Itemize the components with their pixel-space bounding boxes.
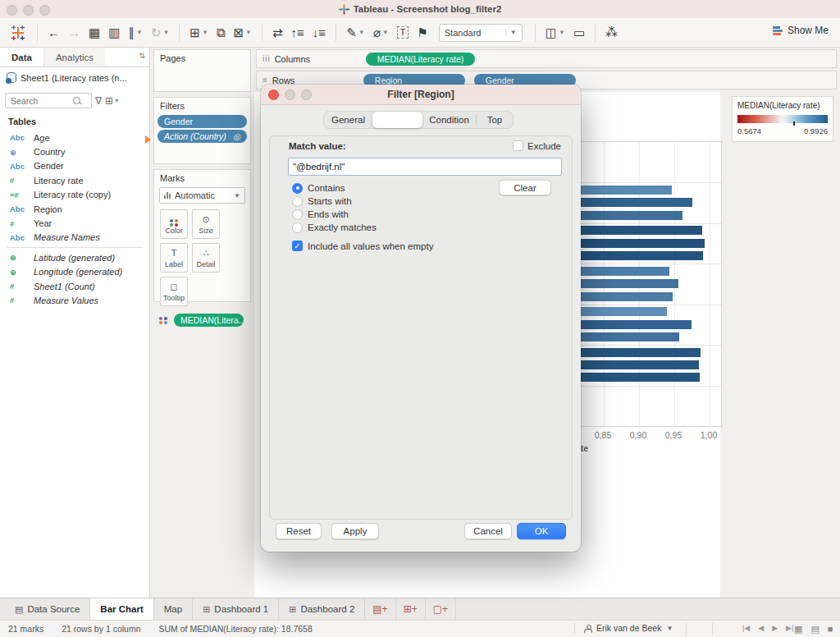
next-sheet-icon[interactable]: ▶ <box>772 624 778 632</box>
view-options-button[interactable]: ⊞▼ <box>105 95 120 107</box>
dialog-tab-general[interactable]: General <box>324 112 372 128</box>
include-all-values-checkbox[interactable]: ✓ Include all values when empty <box>292 241 433 251</box>
filmstrip-view-icon[interactable]: ▤ <box>810 624 819 635</box>
field-item-measure-names[interactable]: AbcMeasure Names <box>0 231 149 245</box>
tooltip-button[interactable]: ◻Tooltip <box>160 277 188 306</box>
field-item-literacy-rate[interactable]: #Literacy rate <box>0 173 149 187</box>
field-item-year[interactable]: #Year <box>0 216 149 230</box>
show-mark-labels-icon[interactable]: ◫▼ <box>541 23 569 43</box>
columns-shelf[interactable]: iii Columns MEDIAN(Literacy rate) <box>256 49 837 68</box>
mark-type-select[interactable]: Automatic ▼ <box>159 187 245 204</box>
radio-contains[interactable]: Contains <box>292 181 377 195</box>
swap-panes-icon[interactable]: ⇅ <box>139 52 145 60</box>
dialog-titlebar[interactable]: Filter [Region] <box>261 85 581 105</box>
save-icon[interactable]: ▦ <box>84 23 104 43</box>
size-button[interactable]: ⊙Size <box>192 209 220 239</box>
pin-icon[interactable]: ⚑ <box>413 23 431 43</box>
sheet-tab-bar: ▤Data SourceBar ChartMap⊞Dashboard 1⊞Das… <box>0 598 840 620</box>
swap-rows-columns-icon[interactable]: ⇄ <box>268 23 287 43</box>
cancel-button[interactable]: Cancel <box>464 523 512 539</box>
filter-pill-gender[interactable]: Gender <box>158 115 247 128</box>
dialog-tab-top[interactable]: Top <box>477 112 513 128</box>
sheet-tab-bar-chart[interactable]: Bar Chart <box>90 598 153 620</box>
filters-card[interactable]: Filters GenderAction (Country)◎ <box>153 97 251 164</box>
radio-exactly-matches[interactable]: Exactly matches <box>292 221 377 234</box>
sheet-tab-dashboard-1[interactable]: ⊞Dashboard 1 <box>193 598 279 620</box>
filter-pill-action-country-[interactable]: Action (Country)◎ <box>158 130 247 143</box>
sheet-tab-data-source[interactable]: ▤Data Source <box>5 598 90 620</box>
field-item-age[interactable]: AbcAge <box>0 131 149 144</box>
filter-region-dialog: Filter [Region] GeneralConditionTop Matc… <box>261 85 581 552</box>
exclude-checkbox[interactable]: Exclude <box>513 140 561 151</box>
field-item-latitude-generated-[interactable]: ⊕Latitude (generated) <box>0 250 149 264</box>
marks-card[interactable]: Marks Automatic ▼ Color⊙SizeTLabel∴Detai… <box>153 169 251 302</box>
checkbox-checked-icon: ✓ <box>292 241 303 251</box>
dialog-tab-wildcard[interactable] <box>372 112 422 128</box>
color-legend[interactable]: MEDIAN(Literacy rate) 0.5674 0.9926 <box>732 96 833 142</box>
tab-data[interactable]: Data <box>0 48 43 66</box>
highlight-icon[interactable]: ✎▼ <box>342 23 369 43</box>
chevron-down-icon: ▼ <box>136 29 143 36</box>
clear-sheet-icon[interactable]: ⊠▼ <box>230 23 257 43</box>
tile-view-icon[interactable]: ▦ <box>794 624 802 635</box>
tableau-home-button[interactable] <box>8 23 28 43</box>
chevron-down-icon: ▼ <box>162 29 169 36</box>
format-icon[interactable]: ⌀▼ <box>369 23 393 43</box>
field-item-gender[interactable]: AbcGender <box>0 159 149 173</box>
sort-ascending-icon[interactable]: ↑≡ <box>287 23 308 43</box>
share-icon[interactable]: ⁂ <box>601 23 622 43</box>
field-item-region[interactable]: AbcRegion <box>0 202 149 216</box>
duplicate-icon[interactable]: ⧉ <box>212 23 230 43</box>
field-item-country[interactable]: ⊕Country <box>0 144 149 158</box>
dialog-tab-condition[interactable]: Condition <box>422 112 476 128</box>
new-story-tab-button[interactable]: ▢+ <box>426 598 456 620</box>
field-item-literacy-rate-copy-[interactable]: =#Literacy rate (copy) <box>0 188 149 202</box>
tableau-logo-icon <box>339 4 349 15</box>
label-button[interactable]: TLabel <box>160 243 188 273</box>
marks-pill-median-literacy[interactable]: MEDIAN(Litera.. <box>174 314 244 327</box>
dashboard-icon: ⊞ <box>289 604 296 615</box>
data-source-connection[interactable]: Sheet1 (Literacy rates (n... <box>7 72 127 83</box>
apply-button[interactable]: Apply <box>331 523 379 539</box>
match-value-input[interactable] <box>288 158 562 176</box>
color-button[interactable]: Color <box>160 209 188 239</box>
search-input[interactable] <box>9 95 73 107</box>
tab-analytics[interactable]: Analytics <box>43 48 105 66</box>
new-worksheet-tab-button[interactable]: ▤+ <box>365 598 395 620</box>
pause-auto-updates-icon[interactable]: ∥▼ <box>124 23 146 43</box>
shelf-pill-median-literacy-rate-[interactable]: MEDIAN(Literacy rate) <box>366 53 476 66</box>
dialog-close-button[interactable] <box>268 89 279 100</box>
detail-button[interactable]: ∴Detail <box>192 243 220 273</box>
full-view-icon[interactable]: ■ <box>828 624 833 635</box>
undo-icon[interactable]: ← <box>43 23 64 43</box>
color-icon <box>170 214 179 225</box>
text-annotation-icon[interactable]: T <box>393 23 413 43</box>
sheet-tab-dashboard-2[interactable]: ⊞Dashboard 2 <box>279 598 365 620</box>
first-sheet-icon[interactable]: |◀ <box>742 624 750 632</box>
user-menu[interactable]: Erik van de Beek ▼ <box>584 623 673 633</box>
sheet-tab-map[interactable]: Map <box>154 598 193 620</box>
show-me-button[interactable]: Show Me <box>773 25 829 36</box>
clear-button[interactable]: Clear <box>499 180 551 195</box>
last-sheet-icon[interactable]: ▶| <box>786 624 793 632</box>
dialog-zoom-button[interactable] <box>301 89 312 100</box>
field-item-longitude-generated-[interactable]: ⊕Longitude (generated) <box>0 265 149 279</box>
radio-ends-with[interactable]: Ends with <box>292 208 377 221</box>
radio-starts-with[interactable]: Starts with <box>292 195 377 208</box>
dialog-minimize-button[interactable] <box>285 89 295 100</box>
fit-select[interactable]: Standard ▼ <box>439 24 523 42</box>
new-dashboard-tab-button[interactable]: ⊞+ <box>396 598 426 620</box>
previous-sheet-icon[interactable]: ◀ <box>758 624 764 632</box>
filter-fields-button[interactable]: ∇ <box>95 95 102 107</box>
pages-card[interactable]: Pages <box>153 49 251 92</box>
ok-button[interactable]: OK <box>517 523 566 539</box>
new-data-source-icon[interactable]: ▥ <box>104 23 124 43</box>
new-worksheet-icon[interactable]: ⊞▼ <box>185 23 212 43</box>
reset-button[interactable]: Reset <box>276 523 322 539</box>
search-icon <box>73 97 80 104</box>
field-item-measure-values[interactable]: #Measure Values <box>0 293 149 307</box>
chevron-down-icon: ▼ <box>666 625 673 632</box>
sort-descending-icon[interactable]: ↓≡ <box>308 23 330 43</box>
presentation-mode-icon[interactable]: ▭ <box>569 23 589 43</box>
field-item-sheet1-count-[interactable]: #Sheet1 (Count) <box>0 279 149 293</box>
